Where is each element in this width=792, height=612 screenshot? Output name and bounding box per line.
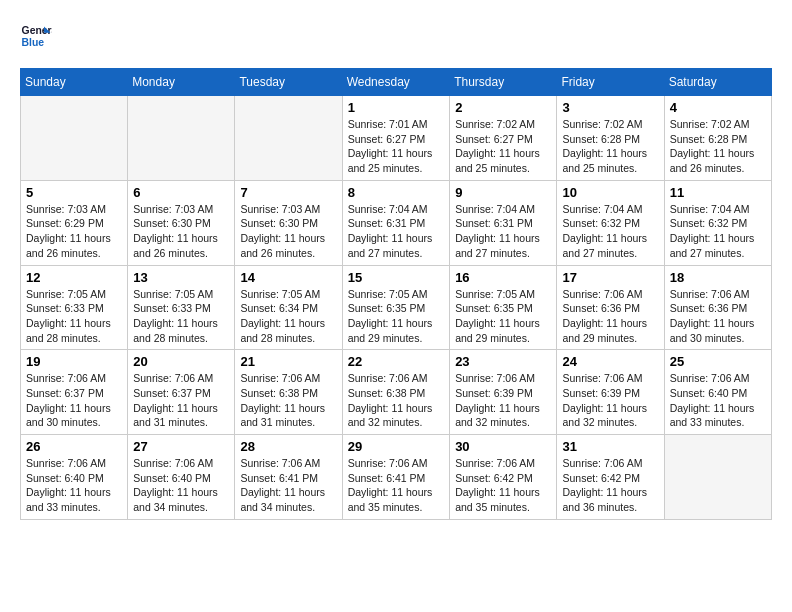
calendar-cell: 12Sunrise: 7:05 AMSunset: 6:33 PMDayligh…: [21, 265, 128, 350]
calendar-cell: 25Sunrise: 7:06 AMSunset: 6:40 PMDayligh…: [664, 350, 771, 435]
day-info: Sunrise: 7:04 AMSunset: 6:31 PMDaylight:…: [348, 202, 444, 261]
day-info: Sunrise: 7:02 AMSunset: 6:28 PMDaylight:…: [670, 117, 766, 176]
day-number: 31: [562, 439, 658, 454]
calendar-cell: 14Sunrise: 7:05 AMSunset: 6:34 PMDayligh…: [235, 265, 342, 350]
day-info: Sunrise: 7:05 AMSunset: 6:34 PMDaylight:…: [240, 287, 336, 346]
calendar-cell: 28Sunrise: 7:06 AMSunset: 6:41 PMDayligh…: [235, 435, 342, 520]
day-number: 9: [455, 185, 551, 200]
day-info: Sunrise: 7:03 AMSunset: 6:30 PMDaylight:…: [133, 202, 229, 261]
day-number: 7: [240, 185, 336, 200]
calendar-cell: 2Sunrise: 7:02 AMSunset: 6:27 PMDaylight…: [450, 96, 557, 181]
day-number: 30: [455, 439, 551, 454]
svg-text:Blue: Blue: [22, 37, 45, 48]
day-info: Sunrise: 7:06 AMSunset: 6:42 PMDaylight:…: [562, 456, 658, 515]
calendar-cell: 20Sunrise: 7:06 AMSunset: 6:37 PMDayligh…: [128, 350, 235, 435]
calendar-cell: 26Sunrise: 7:06 AMSunset: 6:40 PMDayligh…: [21, 435, 128, 520]
calendar-cell: 23Sunrise: 7:06 AMSunset: 6:39 PMDayligh…: [450, 350, 557, 435]
calendar-cell: 7Sunrise: 7:03 AMSunset: 6:30 PMDaylight…: [235, 180, 342, 265]
day-info: Sunrise: 7:03 AMSunset: 6:30 PMDaylight:…: [240, 202, 336, 261]
weekday-header-tuesday: Tuesday: [235, 69, 342, 96]
day-number: 11: [670, 185, 766, 200]
day-info: Sunrise: 7:05 AMSunset: 6:33 PMDaylight:…: [26, 287, 122, 346]
calendar-cell: 3Sunrise: 7:02 AMSunset: 6:28 PMDaylight…: [557, 96, 664, 181]
day-info: Sunrise: 7:06 AMSunset: 6:36 PMDaylight:…: [562, 287, 658, 346]
day-info: Sunrise: 7:06 AMSunset: 6:39 PMDaylight:…: [455, 371, 551, 430]
calendar-cell: 17Sunrise: 7:06 AMSunset: 6:36 PMDayligh…: [557, 265, 664, 350]
day-number: 13: [133, 270, 229, 285]
day-info: Sunrise: 7:06 AMSunset: 6:37 PMDaylight:…: [26, 371, 122, 430]
day-info: Sunrise: 7:06 AMSunset: 6:39 PMDaylight:…: [562, 371, 658, 430]
day-number: 3: [562, 100, 658, 115]
calendar-cell: 21Sunrise: 7:06 AMSunset: 6:38 PMDayligh…: [235, 350, 342, 435]
logo-icon: General Blue: [20, 20, 52, 52]
calendar-table: SundayMondayTuesdayWednesdayThursdayFrid…: [20, 68, 772, 520]
day-number: 27: [133, 439, 229, 454]
day-info: Sunrise: 7:06 AMSunset: 6:40 PMDaylight:…: [26, 456, 122, 515]
calendar-cell: 15Sunrise: 7:05 AMSunset: 6:35 PMDayligh…: [342, 265, 449, 350]
weekday-header-friday: Friday: [557, 69, 664, 96]
week-row-4: 19Sunrise: 7:06 AMSunset: 6:37 PMDayligh…: [21, 350, 772, 435]
calendar-cell: [664, 435, 771, 520]
day-number: 25: [670, 354, 766, 369]
calendar-cell: 6Sunrise: 7:03 AMSunset: 6:30 PMDaylight…: [128, 180, 235, 265]
calendar-cell: 30Sunrise: 7:06 AMSunset: 6:42 PMDayligh…: [450, 435, 557, 520]
day-info: Sunrise: 7:02 AMSunset: 6:27 PMDaylight:…: [455, 117, 551, 176]
day-number: 15: [348, 270, 444, 285]
day-number: 5: [26, 185, 122, 200]
day-number: 20: [133, 354, 229, 369]
calendar-cell: 9Sunrise: 7:04 AMSunset: 6:31 PMDaylight…: [450, 180, 557, 265]
day-info: Sunrise: 7:04 AMSunset: 6:32 PMDaylight:…: [562, 202, 658, 261]
calendar-cell: 29Sunrise: 7:06 AMSunset: 6:41 PMDayligh…: [342, 435, 449, 520]
week-row-1: 1Sunrise: 7:01 AMSunset: 6:27 PMDaylight…: [21, 96, 772, 181]
day-number: 6: [133, 185, 229, 200]
day-info: Sunrise: 7:05 AMSunset: 6:35 PMDaylight:…: [455, 287, 551, 346]
calendar-cell: 5Sunrise: 7:03 AMSunset: 6:29 PMDaylight…: [21, 180, 128, 265]
day-info: Sunrise: 7:04 AMSunset: 6:31 PMDaylight:…: [455, 202, 551, 261]
calendar-cell: 27Sunrise: 7:06 AMSunset: 6:40 PMDayligh…: [128, 435, 235, 520]
logo: General Blue: [20, 20, 56, 52]
calendar-cell: [128, 96, 235, 181]
day-number: 29: [348, 439, 444, 454]
calendar-cell: 16Sunrise: 7:05 AMSunset: 6:35 PMDayligh…: [450, 265, 557, 350]
day-info: Sunrise: 7:01 AMSunset: 6:27 PMDaylight:…: [348, 117, 444, 176]
calendar-cell: [21, 96, 128, 181]
weekday-header-thursday: Thursday: [450, 69, 557, 96]
calendar-cell: 11Sunrise: 7:04 AMSunset: 6:32 PMDayligh…: [664, 180, 771, 265]
day-info: Sunrise: 7:06 AMSunset: 6:40 PMDaylight:…: [133, 456, 229, 515]
calendar-cell: 4Sunrise: 7:02 AMSunset: 6:28 PMDaylight…: [664, 96, 771, 181]
week-row-3: 12Sunrise: 7:05 AMSunset: 6:33 PMDayligh…: [21, 265, 772, 350]
calendar-cell: 31Sunrise: 7:06 AMSunset: 6:42 PMDayligh…: [557, 435, 664, 520]
day-info: Sunrise: 7:06 AMSunset: 6:37 PMDaylight:…: [133, 371, 229, 430]
day-number: 10: [562, 185, 658, 200]
day-info: Sunrise: 7:06 AMSunset: 6:41 PMDaylight:…: [348, 456, 444, 515]
day-number: 22: [348, 354, 444, 369]
day-number: 28: [240, 439, 336, 454]
day-info: Sunrise: 7:03 AMSunset: 6:29 PMDaylight:…: [26, 202, 122, 261]
calendar-cell: 8Sunrise: 7:04 AMSunset: 6:31 PMDaylight…: [342, 180, 449, 265]
week-row-5: 26Sunrise: 7:06 AMSunset: 6:40 PMDayligh…: [21, 435, 772, 520]
day-number: 4: [670, 100, 766, 115]
day-info: Sunrise: 7:06 AMSunset: 6:36 PMDaylight:…: [670, 287, 766, 346]
day-number: 8: [348, 185, 444, 200]
day-number: 2: [455, 100, 551, 115]
day-info: Sunrise: 7:06 AMSunset: 6:40 PMDaylight:…: [670, 371, 766, 430]
day-number: 1: [348, 100, 444, 115]
day-info: Sunrise: 7:06 AMSunset: 6:41 PMDaylight:…: [240, 456, 336, 515]
day-info: Sunrise: 7:05 AMSunset: 6:35 PMDaylight:…: [348, 287, 444, 346]
weekday-header-sunday: Sunday: [21, 69, 128, 96]
day-number: 21: [240, 354, 336, 369]
day-number: 18: [670, 270, 766, 285]
calendar-cell: 22Sunrise: 7:06 AMSunset: 6:38 PMDayligh…: [342, 350, 449, 435]
weekday-header-row: SundayMondayTuesdayWednesdayThursdayFrid…: [21, 69, 772, 96]
calendar-cell: 13Sunrise: 7:05 AMSunset: 6:33 PMDayligh…: [128, 265, 235, 350]
day-info: Sunrise: 7:02 AMSunset: 6:28 PMDaylight:…: [562, 117, 658, 176]
week-row-2: 5Sunrise: 7:03 AMSunset: 6:29 PMDaylight…: [21, 180, 772, 265]
day-number: 14: [240, 270, 336, 285]
calendar-cell: 24Sunrise: 7:06 AMSunset: 6:39 PMDayligh…: [557, 350, 664, 435]
day-info: Sunrise: 7:06 AMSunset: 6:38 PMDaylight:…: [348, 371, 444, 430]
weekday-header-saturday: Saturday: [664, 69, 771, 96]
calendar-cell: 1Sunrise: 7:01 AMSunset: 6:27 PMDaylight…: [342, 96, 449, 181]
day-info: Sunrise: 7:04 AMSunset: 6:32 PMDaylight:…: [670, 202, 766, 261]
weekday-header-wednesday: Wednesday: [342, 69, 449, 96]
page-header: General Blue: [20, 20, 772, 52]
